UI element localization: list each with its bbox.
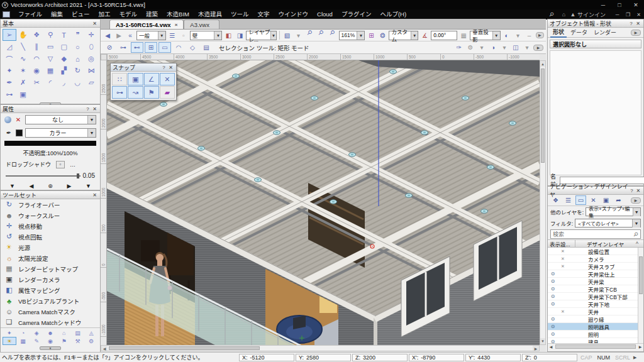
class-stack-icon[interactable]: ☰ — [167, 30, 177, 40]
menu-item[interactable]: ファイル — [14, 9, 47, 19]
render-globe-dropdown[interactable]: ▾ — [499, 43, 509, 53]
layer-list-scrollbar[interactable] — [638, 248, 643, 343]
navigation-view-button[interactable]: ✕ — [588, 195, 599, 205]
lock-icon[interactable]: ⌂ — [558, 11, 570, 18]
horizontal-scrollbar[interactable]: ◀ ▶ — [101, 345, 540, 351]
tool-button[interactable]: ◆ — [57, 53, 71, 65]
menu-item[interactable]: プラグイン — [337, 9, 376, 19]
drawing-canvas[interactable]: スナップ?✕ ∷ ▣ ∠ ✕ ⊶ ↝ ⚑ — [107, 60, 540, 345]
navigation-view-button[interactable]: ▭ — [575, 195, 586, 205]
document-tab[interactable]: A3.vwx — [184, 19, 219, 29]
back-button[interactable]: ◀ — [103, 30, 113, 40]
table-row[interactable]: ✕ 設備位置 — [548, 248, 643, 255]
fill-style-icon[interactable] — [4, 116, 11, 123]
minimize-button[interactable]: ─ — [595, 2, 611, 8]
menu-item[interactable]: 木造建具 — [194, 9, 226, 19]
dropshadow-toggle[interactable]: ▫ — [56, 161, 65, 168]
fill-style-dropdown[interactable]: なし▼ — [25, 115, 96, 124]
mdi-minimize-button[interactable]: ─ — [612, 12, 623, 18]
menu-item[interactable]: 加工 — [94, 9, 115, 19]
tool-button[interactable]: ◎ — [84, 53, 98, 65]
snap-button[interactable]: ∷ — [112, 73, 127, 85]
hidden-icon[interactable]: ✕ — [558, 309, 568, 314]
tool-button[interactable]: ↻ — [71, 65, 85, 77]
rotation-input[interactable] — [431, 31, 457, 40]
projection-dropdown[interactable]: 垂直投影▼ — [470, 31, 500, 40]
hidden-icon[interactable]: ✕ — [558, 249, 568, 254]
forward-button[interactable]: ▶ — [114, 30, 124, 40]
tool-button[interactable]: ▽ — [43, 53, 57, 65]
viewbar-overflow-button[interactable]: ▶ — [536, 32, 544, 38]
toolset-item[interactable]: ◧ 属性マッピング — [1, 285, 100, 295]
pen-color-swatch[interactable] — [16, 129, 23, 136]
tool-button[interactable]: T — [57, 29, 71, 41]
tool-button[interactable]: ▞ — [57, 65, 71, 77]
tool-button[interactable]: ✋ — [16, 29, 30, 41]
palette-expander[interactable]: ▼ — [1, 346, 100, 351]
render-mode-dropdown[interactable]: ▾ — [513, 30, 523, 40]
no-fill-icon[interactable]: ✕ — [14, 116, 23, 123]
table-row[interactable]: ⊙ 廻り縁 — [548, 315, 643, 323]
view-image-icon[interactable]: ▧ — [282, 30, 292, 40]
toolset-item[interactable]: ↻ フライオーバー — [1, 199, 100, 210]
pen-style-dropdown[interactable]: カラー▼ — [25, 128, 96, 138]
toolset-item[interactable]: ☼ 太陽光設定 — [1, 253, 100, 263]
menu-item[interactable]: ウインドウ — [274, 9, 313, 19]
toolset-category-button[interactable]: ☀ — [3, 337, 16, 345]
snap-button[interactable]: ✕ — [160, 73, 175, 85]
rotation-options-button[interactable]: ▦ — [458, 30, 469, 40]
mode-button[interactable]: ◇ — [186, 42, 199, 53]
wall-style-dropdown[interactable]: 壁▼ — [190, 31, 223, 40]
menu-item[interactable]: Cloud — [313, 9, 337, 19]
view-image-dropdown[interactable]: ▾ — [294, 30, 304, 40]
table-row[interactable]: ⊙ 照明器具 — [548, 323, 643, 331]
zoom-tool-icon[interactable]: ⚲ — [325, 28, 340, 43]
toolset-category-button[interactable]: ☻ — [43, 329, 57, 337]
tool-button[interactable]: ✒ — [3, 77, 16, 89]
eye-icon[interactable]: ⊙ — [548, 278, 558, 284]
table-row[interactable]: ✕ カメラ — [548, 255, 643, 263]
toolset-item[interactable]: ☀ 光源 — [1, 242, 100, 253]
toolset-item[interactable]: ❏ Camera Matchシャドウ — [1, 317, 100, 327]
snap-button[interactable]: ⊶ — [112, 86, 127, 99]
table-row[interactable]: ⊙ 天井下地 — [548, 300, 643, 308]
layer-options-dropdown[interactable]: レイヤプレ...▼ — [246, 31, 276, 40]
modebar-overflow-button[interactable]: ▶ — [533, 45, 543, 51]
tool-button[interactable]: ◞ — [57, 77, 71, 89]
multi-view-icon[interactable]: ⊞ — [366, 30, 376, 40]
toolset-category-button[interactable]: ◔ — [16, 329, 30, 337]
menu-item[interactable]: 文字 — [253, 9, 274, 19]
tool-button[interactable]: ◉ — [30, 65, 43, 77]
tool-button[interactable]: ❖ — [30, 29, 43, 41]
navigation-overflow-button[interactable]: ▶ — [631, 197, 641, 204]
tool-button[interactable]: ◜ — [43, 77, 57, 89]
close-icon[interactable]: ✕ — [167, 65, 174, 70]
eye-icon[interactable]: ⊙ — [548, 339, 558, 343]
vertical-scrollbar[interactable]: ▲ ▼ — [540, 60, 546, 345]
menu-item[interactable]: ツール — [226, 9, 253, 19]
table-row[interactable]: ⊙ 天井梁 — [548, 278, 643, 285]
table-row[interactable]: ⊙ 天井梁下CB — [548, 285, 643, 293]
toolset-category-button[interactable]: ⌂ — [57, 329, 71, 337]
class-options-icon[interactable]: ▫ — [179, 30, 189, 40]
toolset-item[interactable]: ☺ Camera Matchマスク — [1, 306, 100, 317]
menu-item[interactable]: ビュー — [67, 9, 94, 19]
clip-cube-dropdown[interactable]: ▾ — [522, 43, 532, 53]
tool-button[interactable]: ∥ — [30, 41, 43, 53]
layer-pref-icon[interactable]: ◨ — [235, 30, 245, 40]
attr-link-icon[interactable]: ⊛ — [48, 183, 53, 189]
dropshadow-more-button[interactable]: … — [70, 162, 75, 168]
snap-button[interactable]: ↝ — [128, 86, 143, 99]
line-thickness-preview[interactable] — [4, 141, 96, 146]
layer-list-hscrollbar[interactable]: ◀▶ — [548, 343, 643, 349]
signin-button[interactable]: ▲ サインイン — [570, 11, 606, 19]
filter-dropdown[interactable]: <すべてのレイヤ>▼ — [575, 219, 641, 228]
attr-next-button[interactable]: ▶ — [67, 183, 71, 189]
snap-button[interactable]: ⚑ — [144, 86, 159, 99]
help-icon[interactable]: ? — [84, 106, 91, 112]
tool-button[interactable]: ◠ — [30, 53, 43, 65]
mode-button[interactable]: ▭ — [158, 42, 171, 53]
table-row[interactable]: ⊙ 照明 — [548, 331, 643, 338]
toolset-item[interactable]: ▦ レンダービットマップ — [1, 263, 100, 274]
hidden-icon[interactable]: ✕ — [558, 256, 568, 261]
